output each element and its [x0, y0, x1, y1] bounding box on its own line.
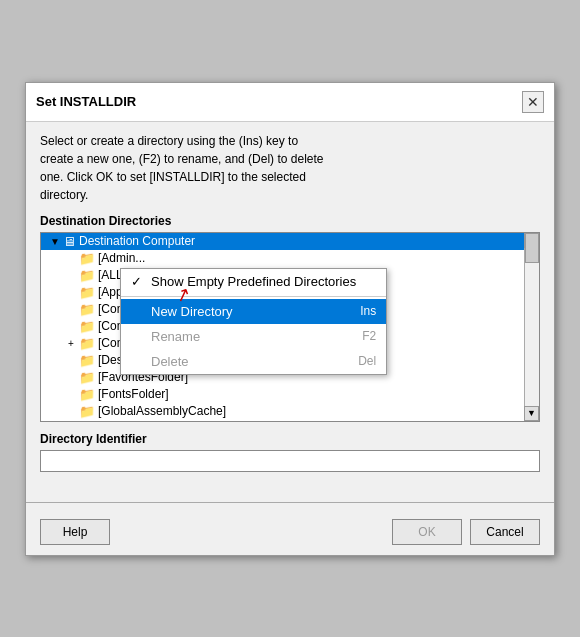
tree-item-label: [GlobalAssemblyCache] [98, 404, 226, 418]
list-item[interactable]: 📁 [FontsFolder] [41, 386, 539, 403]
folder-icon-root: 🖥 [63, 234, 76, 249]
folder-icon: 📁 [79, 404, 95, 419]
shortcut-label: Ins [360, 304, 376, 318]
dir-id-input[interactable] [40, 450, 540, 472]
tree-item-label: [Admin... [98, 251, 145, 265]
desc-line3: one. Click OK to set [INSTALLDIR] to the… [40, 170, 306, 184]
destinations-label: Destination Directories [40, 214, 540, 228]
tree-item-label: [FontsFolder] [98, 387, 169, 401]
folder-icon: 📁 [79, 302, 95, 317]
shortcut-label: Del [358, 354, 376, 368]
folder-icon: 📁 [79, 387, 95, 402]
cancel-button[interactable]: Cancel [470, 519, 540, 545]
tree-wrapper: ▼ 🖥 Destination Computer 📁 [Admin... [40, 232, 540, 422]
help-button[interactable]: Help [40, 519, 110, 545]
list-item[interactable]: 📁 [Admin... [41, 250, 539, 267]
ok-button[interactable]: OK [392, 519, 462, 545]
left-spacer: Help [40, 519, 384, 545]
separator [26, 502, 554, 503]
dir-id-label: Directory Identifier [40, 432, 540, 446]
check-icon: ✓ [131, 274, 151, 289]
set-installdir-dialog: Set INSTALLDIR ✕ Select or create a dire… [25, 82, 555, 556]
context-menu-show-empty[interactable]: ✓ Show Empty Predefined Directories [121, 269, 386, 294]
folder-icon: 📁 [79, 353, 95, 368]
context-menu-separator [121, 296, 386, 297]
dialog-title: Set INSTALLDIR [36, 94, 136, 109]
context-menu-item-label: Rename [151, 329, 342, 344]
expand-icon-root: ▼ [47, 236, 63, 247]
list-item[interactable]: 📁 [LocalAppDataFolder] [41, 420, 539, 421]
folder-icon: 📁 [79, 285, 95, 300]
context-menu-delete[interactable]: Delete Del [121, 349, 386, 374]
folder-icon: 📁 [79, 268, 95, 283]
description-text: Select or create a directory using the (… [40, 132, 540, 204]
list-item[interactable]: 📁 [GlobalAssemblyCache] [41, 403, 539, 420]
folder-icon: 📁 [79, 336, 95, 351]
scroll-down-arrow[interactable]: ▼ [524, 406, 539, 421]
tree-root[interactable]: ▼ 🖥 Destination Computer [41, 233, 539, 250]
shortcut-label: F2 [362, 329, 376, 343]
folder-icon: 📁 [79, 319, 95, 334]
dialog-body: Select or create a directory using the (… [26, 122, 554, 492]
folder-icon: 📁 [79, 251, 95, 266]
desc-line2: create a new one, (F2) to rename, and (D… [40, 152, 323, 166]
desc-line4: directory. [40, 188, 88, 202]
button-row: Help OK Cancel [26, 513, 554, 555]
scroll-thumb[interactable] [525, 233, 539, 263]
close-button[interactable]: ✕ [522, 91, 544, 113]
context-menu-item-label: Delete [151, 354, 338, 369]
folder-icon: 📁 [79, 370, 95, 385]
tree-root-label: Destination Computer [79, 234, 195, 248]
context-menu-rename[interactable]: Rename F2 [121, 324, 386, 349]
scrollbar[interactable]: ▲ ▼ [524, 233, 539, 421]
desc-line1: Select or create a directory using the (… [40, 134, 298, 148]
context-menu-new-directory[interactable]: New Directory Ins [121, 299, 386, 324]
expand-icon: + [63, 338, 79, 349]
context-menu: ✓ Show Empty Predefined Directories New … [120, 268, 387, 375]
title-bar: Set INSTALLDIR ✕ [26, 83, 554, 122]
